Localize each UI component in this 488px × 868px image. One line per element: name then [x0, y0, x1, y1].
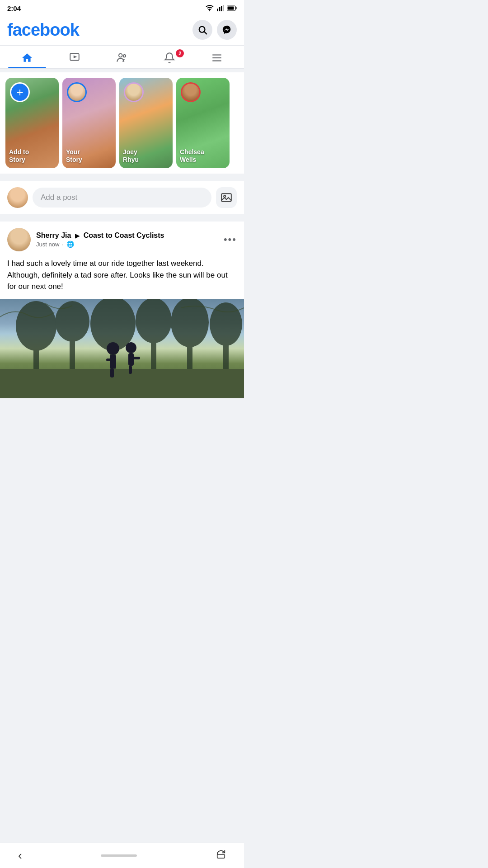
status-icons [205, 5, 237, 11]
post-image [0, 299, 244, 398]
battery-icon [227, 5, 237, 11]
feed-post: Sherry Jia ▶ Coast to Coast Cyclists Jus… [0, 222, 244, 398]
post-avatar[interactable] [7, 228, 31, 251]
tab-watch[interactable] [51, 46, 99, 68]
facebook-logo: facebook [7, 20, 79, 40]
svg-rect-1 [217, 9, 218, 11]
bell-icon [164, 52, 175, 64]
svg-rect-31 [223, 341, 229, 371]
svg-rect-7 [228, 7, 234, 10]
svg-point-18 [224, 195, 225, 197]
svg-rect-17 [221, 193, 231, 201]
notification-badge: 2 [176, 49, 184, 57]
svg-rect-3 [221, 6, 222, 11]
add-post-input[interactable]: Add a post [33, 188, 211, 208]
post-meta: Sherry Jia ▶ Coast to Coast Cyclists Jus… [36, 231, 218, 248]
post-dot: · [62, 241, 64, 248]
post-time: Just now · 🌐 [36, 241, 218, 248]
svg-rect-23 [70, 340, 75, 371]
photo-button[interactable] [216, 187, 237, 208]
photo-icon [221, 192, 232, 203]
post-author-name[interactable]: Sherry Jia [36, 231, 71, 239]
tab-menu[interactable] [193, 46, 240, 68]
svg-rect-36 [110, 368, 114, 377]
svg-rect-39 [133, 357, 140, 359]
add-story-btn[interactable]: + [10, 82, 30, 102]
post-header: Sherry Jia ▶ Coast to Coast Cyclists Jus… [0, 222, 244, 251]
search-button[interactable] [192, 20, 212, 40]
joey-story-label: JoeyRhyu [123, 148, 139, 164]
svg-point-33 [107, 342, 119, 355]
svg-point-20 [16, 301, 56, 351]
friends-icon [116, 52, 128, 64]
signal-icon [217, 5, 224, 11]
menu-icon [211, 52, 223, 64]
messenger-icon [222, 25, 232, 35]
svg-point-26 [136, 299, 172, 343]
divider-2 [0, 214, 244, 218]
svg-point-22 [55, 301, 89, 342]
status-bar: 2:04 [0, 0, 244, 16]
svg-point-13 [123, 55, 126, 57]
post-creator: Add a post [0, 181, 244, 214]
tab-friends[interactable] [99, 46, 146, 68]
svg-rect-4 [223, 5, 225, 11]
post-text: I had such a lovely time at our ride tog… [0, 251, 244, 299]
wifi-icon [205, 5, 214, 11]
svg-rect-29 [187, 342, 192, 372]
post-author-line: Sherry Jia ▶ Coast to Coast Cyclists [36, 231, 218, 240]
svg-point-0 [209, 10, 210, 11]
story-joey[interactable]: JoeyRhyu [119, 78, 173, 168]
divider-1 [0, 174, 244, 177]
svg-rect-6 [236, 7, 237, 9]
svg-rect-40 [129, 366, 132, 374]
svg-point-12 [119, 54, 122, 57]
home-icon [21, 52, 33, 64]
story-chelsea[interactable]: ChelseaWells [176, 78, 230, 168]
svg-point-37 [126, 342, 136, 353]
messenger-button[interactable] [217, 20, 237, 40]
story-add[interactable]: + Add toStory [5, 78, 59, 168]
post-arrow: ▶ [75, 232, 82, 239]
search-icon [197, 25, 207, 35]
trees-scene [0, 299, 244, 398]
svg-line-9 [204, 32, 206, 34]
add-story-label: Add toStory [9, 148, 29, 164]
svg-marker-11 [74, 56, 77, 58]
post-timestamp: Just now [36, 241, 59, 248]
svg-rect-21 [33, 344, 39, 371]
svg-rect-34 [110, 355, 116, 368]
chelsea-story-label: ChelseaWells [180, 148, 204, 164]
tab-notifications[interactable]: 2 [145, 46, 193, 68]
svg-rect-35 [106, 359, 114, 361]
svg-rect-27 [151, 339, 156, 370]
creator-avatar [7, 187, 28, 208]
globe-icon: 🌐 [66, 241, 74, 248]
svg-rect-32 [0, 369, 244, 398]
more-options-button[interactable]: ••• [224, 234, 237, 245]
cyclists-scene [0, 299, 244, 398]
status-time: 2:04 [7, 5, 21, 12]
tab-home[interactable] [4, 46, 51, 68]
header: facebook [0, 16, 244, 45]
watch-icon [69, 52, 80, 64]
header-actions [192, 20, 237, 40]
stories-section: + Add toStory YourStory JoeyRhyu Chelsea… [0, 72, 244, 174]
stories-row: + Add toStory YourStory JoeyRhyu Chelsea… [0, 78, 244, 168]
story-your[interactable]: YourStory [62, 78, 116, 168]
your-story-label: YourStory [66, 148, 82, 164]
svg-rect-38 [128, 353, 134, 366]
post-group[interactable]: Coast to Coast Cyclists [84, 231, 164, 239]
nav-tabs: 2 [0, 45, 244, 69]
svg-rect-2 [219, 7, 221, 11]
